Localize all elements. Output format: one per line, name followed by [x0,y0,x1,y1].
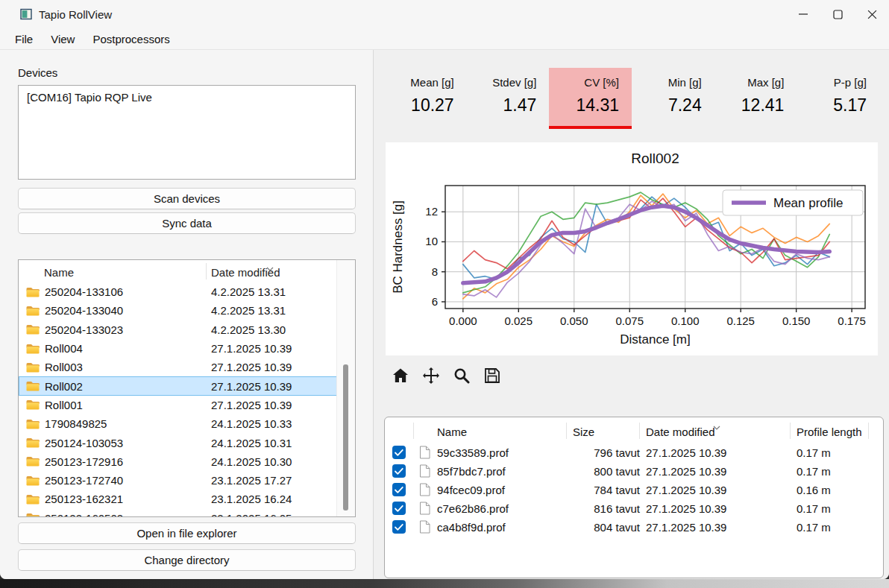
file-table-header: Name Size Date modified Profile length [385,417,883,443]
folder-row-250124-103053[interactable]: 250124-10305324.1.2025 10.31 [19,433,337,452]
maximize-icon [833,10,843,19]
pan-move-icon [421,367,441,385]
file-checkbox[interactable] [392,502,406,515]
svg-text:0.100: 0.100 [671,314,700,327]
folder-date-modified: 24.1.2025 10.31 [211,437,292,449]
file-name: 94fcec09.prof [437,484,505,496]
menu-file[interactable]: File [6,31,42,48]
file-size: 784 tavut [570,484,640,496]
home-tool-button[interactable] [390,366,411,385]
menubar: File View Postprocessors [0,28,889,50]
folder-date-modified: 23.1.2025 16.24 [211,493,292,505]
file-row-59c33589.prof[interactable]: 59c33589.prof796 tavut27.1.2025 10.390.1… [385,443,883,462]
sort-chevron-icon [713,420,720,432]
svg-text:Distance [m]: Distance [m] [620,332,690,347]
table-column-date-modified[interactable]: Date modified [646,426,715,438]
tree-column-name[interactable]: Name [44,266,74,279]
file-size: 804 tavut [570,521,640,534]
folder-tree: Name Date modified 250204-1331064.2.2025… [18,259,356,517]
file-name: 59c33589.prof [437,446,509,459]
folder-row-1790849825[interactable]: 179084982524.1.2025 10.33 [19,414,337,433]
file-checkbox[interactable] [392,483,406,496]
file-row-94fcec09.prof[interactable]: 94fcec09.prof784 tavut27.1.2025 10.390.1… [385,481,883,499]
folder-name: 250204-133040 [45,304,123,317]
scan-devices-button[interactable]: Scan devices [18,188,356,209]
pan-tool-button[interactable] [421,366,442,385]
column-divider [790,423,791,439]
column-divider [413,423,414,439]
stat-p-p[interactable]: P-p [g]5.17 [797,68,879,129]
minimize-button[interactable] [786,0,820,28]
file-row-c7e62b86.prof[interactable]: c7e62b86.prof816 tavut27.1.2025 10.390.1… [385,499,883,518]
folder-row-250204-133023[interactable]: 250204-1330234.2.2025 13.30 [19,320,337,339]
file-profile-length: 0.16 m [797,484,831,496]
file-table-rows: 59c33589.prof796 tavut27.1.2025 10.390.1… [385,443,883,537]
content: Devices [COM16] Tapio RQP Live Scan devi… [0,50,889,579]
folder-icon [26,362,40,373]
table-column-profile-length[interactable]: Profile length [797,426,862,438]
file-profile-length: 0.17 m [797,446,831,459]
stat-cv[interactable]: CV [%]14.31 [549,68,632,129]
change-directory-button[interactable]: Change directory [18,549,356,571]
folder-row-250123-172916[interactable]: 250123-17291624.1.2025 10.30 [19,452,337,471]
column-divider [868,423,869,439]
tree-scrollbar-thumb[interactable] [343,364,348,510]
file-profile-length: 0.17 m [797,502,831,515]
menu-view[interactable]: View [42,31,84,48]
file-profile-length: 0.17 m [797,465,831,478]
stat-label: CV [%] [584,76,619,89]
folder-name: 250204-133023 [45,323,123,336]
folder-row-Roll002[interactable]: Roll00227.1.2025 10.39 [19,376,337,395]
file-size: 816 tavut [570,502,640,515]
file-date-modified: 27.1.2025 10.39 [646,446,726,459]
close-button[interactable] [855,0,889,28]
window-controls [786,0,889,28]
stat-value: 12.41 [741,95,785,116]
file-checkbox[interactable] [392,446,406,459]
table-column-name[interactable]: Name [437,426,467,438]
stat-value: 7.24 [668,95,702,116]
zoom-tool-button[interactable] [451,366,472,385]
stat-min[interactable]: Min [g]7.24 [632,68,714,129]
file-checkbox[interactable] [392,464,406,478]
folder-name: 250123-160503 [45,512,123,517]
file-checkbox[interactable] [392,520,406,534]
menu-postprocessors[interactable]: Postprocessors [84,31,178,48]
svg-text:8: 8 [432,265,438,278]
column-divider [639,423,640,439]
file-name: c7e62b86.prof [437,502,509,515]
folder-name: 250123-172740 [45,474,123,487]
stat-stdev[interactable]: Stdev [g]1.47 [467,68,550,129]
device-item[interactable]: [COM16] Tapio RQP Live [19,86,355,104]
folder-date-modified: 27.1.2025 10.39 [211,380,292,393]
file-icon [419,520,430,534]
app-window: Tapio RollView File View Postprocessors … [0,0,889,579]
folder-row-250123-172740[interactable]: 250123-17274023.1.2025 17.27 [19,471,337,490]
stat-mean[interactable]: Mean [g]10.27 [384,68,467,129]
maximize-button[interactable] [820,0,855,28]
table-column-size[interactable]: Size [573,426,594,438]
folder-row-250123-162321[interactable]: 250123-16232123.1.2025 16.24 [19,490,337,508]
file-size: 796 tavut [570,446,640,459]
file-row-85f7bdc7.prof[interactable]: 85f7bdc7.prof800 tavut27.1.2025 10.390.1… [385,462,883,481]
folder-row-Roll004[interactable]: Roll00427.1.2025 10.39 [19,339,337,358]
folder-icon [26,344,40,354]
sync-data-button[interactable]: Sync data [18,212,356,234]
file-icon [419,483,430,496]
stat-label: Stdev [g] [492,76,536,89]
svg-text:BC Hardness [g]: BC Hardness [g] [391,200,405,294]
folder-row-Roll001[interactable]: Roll00127.1.2025 10.39 [19,396,337,414]
folder-row-250123-160503[interactable]: 250123-16050323.1.2025 16.05 [19,509,337,517]
stat-label: P-p [g] [834,76,867,89]
tree-scrollbar[interactable] [336,260,355,516]
stat-value: 1.47 [503,95,537,116]
stat-max[interactable]: Max [g]12.41 [714,68,797,129]
file-row-ca4b8f9d.prof[interactable]: ca4b8f9d.prof804 tavut27.1.2025 10.390.1… [385,518,883,537]
folder-row-Roll003[interactable]: Roll00327.1.2025 10.39 [19,358,337,376]
file-date-modified: 27.1.2025 10.39 [646,484,726,496]
save-tool-button[interactable] [482,366,503,385]
folder-row-250204-133040[interactable]: 250204-1330404.2.2025 13.31 [19,301,337,320]
folder-row-250204-133106[interactable]: 250204-1331064.2.2025 13.31 [19,282,337,301]
file-name: ca4b8f9d.prof [437,521,506,534]
open-file-explorer-button[interactable]: Open in file explorer [18,522,356,544]
